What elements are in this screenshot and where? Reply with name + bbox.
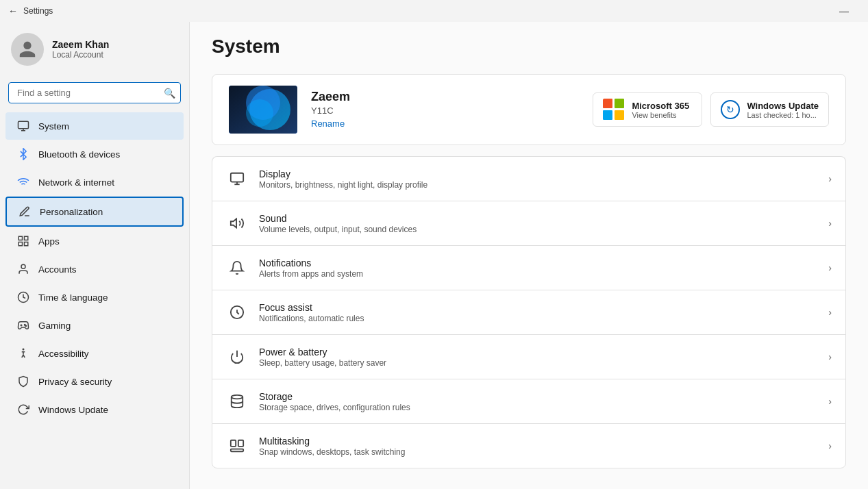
sidebar-item-accounts[interactable]: Accounts — [5, 255, 184, 283]
sidebar-item-personalization-label: Personalization — [40, 207, 103, 217]
sidebar-item-system-label: System — [38, 121, 69, 131]
rename-link[interactable]: Rename — [311, 118, 345, 129]
sidebar-item-accessibility-label: Accessibility — [38, 349, 89, 359]
m365-icon — [603, 99, 625, 121]
network-icon — [16, 175, 30, 189]
main-header: System — [190, 22, 868, 68]
power-text: Power & battery Sleep, battery usage, ba… — [259, 347, 817, 368]
search-button[interactable]: 🔍 — [164, 88, 175, 99]
avatar — [11, 33, 44, 66]
display-text: Display Monitors, brightness, night ligh… — [259, 168, 817, 190]
sidebar-item-time[interactable]: Time & language — [5, 284, 184, 311]
system-icon — [16, 119, 30, 133]
display-icon — [226, 168, 248, 190]
storage-title: Storage — [259, 391, 817, 402]
svg-marker-21 — [231, 219, 236, 228]
focus-desc: Notifications, automatic rules — [259, 314, 817, 323]
display-desc: Monitors, brightness, night light, displ… — [259, 180, 817, 190]
sidebar-item-update[interactable]: Windows Update — [5, 396, 184, 423]
update-title: Windows Update — [747, 101, 819, 111]
sidebar-item-privacy[interactable]: Privacy & security — [5, 368, 184, 395]
multitasking-arrow: › — [828, 440, 832, 451]
sidebar-item-personalization[interactable]: Personalization — [5, 197, 184, 227]
settings-item-sound[interactable]: Sound Volume levels, output, input, soun… — [212, 201, 846, 245]
m365-subtitle: View benefits — [632, 111, 689, 119]
sidebar-item-accessibility[interactable]: Accessibility — [5, 340, 184, 367]
accounts-icon — [16, 262, 30, 276]
svg-rect-26 — [238, 440, 243, 447]
m365-promo-card[interactable]: Microsoft 365 View benefits — [593, 92, 702, 127]
sidebar-item-network[interactable]: Network & internet — [5, 168, 184, 196]
search-bar: 🔍 — [8, 82, 181, 103]
search-input[interactable] — [8, 82, 181, 103]
sidebar: Zaeem Khan Local Account 🔍 System Blueto… — [0, 0, 189, 489]
svg-point-13 — [23, 349, 24, 350]
svg-rect-27 — [231, 449, 243, 452]
settings-item-focus[interactable]: Focus assist Notifications, automatic ru… — [212, 290, 846, 334]
sidebar-item-time-label: Time & language — [38, 292, 108, 303]
multitasking-icon — [226, 435, 248, 457]
settings-list: Display Monitors, brightness, night ligh… — [190, 156, 868, 468]
focus-arrow: › — [828, 307, 832, 318]
titlebar-left: ← Settings — [8, 5, 53, 16]
personalization-icon — [18, 205, 32, 218]
notifications-text: Notifications Alerts from apps and syste… — [259, 258, 817, 279]
sound-arrow: › — [828, 218, 832, 229]
user-profile[interactable]: Zaeem Khan Local Account — [0, 22, 189, 77]
update-icon — [16, 403, 30, 416]
sidebar-item-gaming-label: Gaming — [38, 321, 71, 331]
svg-rect-25 — [231, 440, 236, 447]
main-content: System — [189, 0, 868, 489]
sound-icon — [226, 212, 248, 234]
settings-item-notifications[interactable]: Notifications Alerts from apps and syste… — [212, 245, 846, 290]
power-desc: Sleep, battery usage, battery saver — [259, 358, 817, 368]
power-title: Power & battery — [259, 347, 817, 358]
svg-point-7 — [21, 264, 25, 268]
user-account-type: Local Account — [52, 50, 109, 60]
device-name: Zaeem — [311, 90, 579, 104]
sidebar-item-apps[interactable]: Apps — [5, 227, 184, 255]
titlebar: ← Settings — — [0, 0, 868, 22]
sidebar-item-apps-label: Apps — [38, 236, 60, 247]
sidebar-item-privacy-label: Privacy & security — [38, 377, 112, 387]
sidebar-item-system[interactable]: System — [5, 112, 184, 140]
bluetooth-icon — [16, 147, 30, 161]
focus-icon — [226, 301, 248, 323]
privacy-icon — [16, 375, 30, 388]
sidebar-item-accounts-label: Accounts — [38, 264, 77, 275]
sidebar-item-gaming[interactable]: Gaming — [5, 312, 184, 339]
sound-desc: Volume levels, output, input, sound devi… — [259, 225, 817, 234]
promo-cards: Microsoft 365 View benefits ↻ Windows Up… — [593, 92, 829, 127]
sidebar-item-bluetooth[interactable]: Bluetooth & devices — [5, 140, 184, 168]
power-icon — [226, 346, 248, 368]
notifications-arrow: › — [828, 262, 832, 273]
storage-text: Storage Storage space, drives, configura… — [259, 391, 817, 412]
svg-rect-3 — [18, 236, 22, 240]
m365-title: Microsoft 365 — [632, 101, 689, 111]
storage-icon — [226, 390, 248, 412]
sidebar-item-bluetooth-label: Bluetooth & devices — [38, 149, 120, 160]
svg-rect-4 — [25, 236, 28, 240]
sound-title: Sound — [259, 213, 817, 224]
accessibility-icon — [16, 347, 30, 360]
back-icon[interactable]: ← — [8, 5, 18, 16]
device-model: Y11C — [311, 105, 579, 116]
update-subtitle: Last checked: 1 ho... — [747, 111, 819, 119]
focus-title: Focus assist — [259, 302, 817, 313]
minimize-button[interactable]: — — [828, 0, 860, 22]
update-promo-card[interactable]: ↻ Windows Update Last checked: 1 ho... — [710, 92, 829, 127]
multitasking-desc: Snap windows, desktops, task switching — [259, 447, 817, 457]
windows-update-icon: ↻ — [721, 100, 740, 119]
sidebar-item-network-label: Network & internet — [38, 177, 114, 188]
user-name: Zaeem Khan — [52, 39, 109, 50]
settings-item-storage[interactable]: Storage Storage space, drives, configura… — [212, 379, 846, 423]
sound-text: Sound Volume levels, output, input, soun… — [259, 213, 817, 234]
gaming-icon — [16, 318, 30, 332]
settings-item-display[interactable]: Display Monitors, brightness, night ligh… — [212, 156, 846, 201]
user-info: Zaeem Khan Local Account — [52, 39, 109, 60]
settings-item-power[interactable]: Power & battery Sleep, battery usage, ba… — [212, 334, 846, 379]
notifications-title: Notifications — [259, 258, 817, 268]
svg-point-17 — [246, 99, 273, 127]
time-icon — [16, 290, 30, 304]
settings-item-multitasking[interactable]: Multitasking Snap windows, desktops, tas… — [212, 423, 846, 468]
